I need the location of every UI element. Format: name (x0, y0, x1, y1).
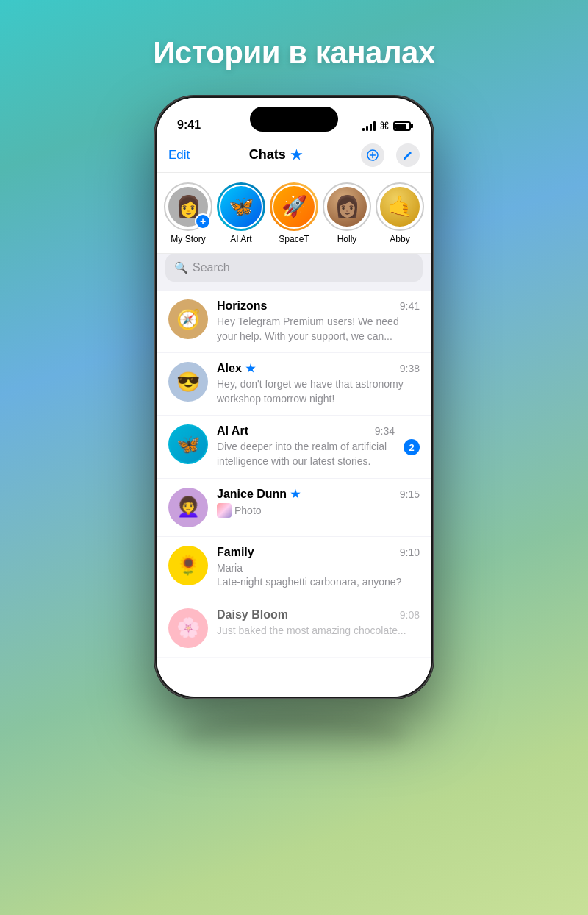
phone-frame: 9:41 ⌘ Edit Ch (154, 96, 434, 699)
search-bar[interactable]: 🔍 Search (165, 254, 423, 282)
page-headline: Истории в каналах (0, 35, 588, 71)
chat-preview-alex: Hey, don't forget we have that astronomy… (217, 377, 420, 406)
chat-avatar-daisy: 🌸 (168, 608, 208, 648)
story-item-ai-art[interactable]: 🦋 AI Art (218, 182, 264, 244)
chat-name-janice: Janice Dunn ★ (217, 488, 300, 501)
unread-badge-ai-art: 2 (404, 439, 420, 455)
story-item-holly[interactable]: 👩🏽 Holly (324, 182, 370, 244)
chat-preview-family: MariaLate-night spaghetti carbonara, any… (217, 561, 420, 590)
chat-item-janice[interactable]: 👩‍🦱 Janice Dunn ★ 9:15 Photo (157, 479, 431, 537)
chat-right-ai-art: 2 (404, 424, 420, 455)
status-time: 9:41 (177, 118, 201, 132)
chat-time-horizons: 9:41 (400, 300, 420, 312)
chat-content-horizons: Horizons 9:41 Hey Telegram Premium users… (217, 299, 420, 343)
photo-thumb-icon (217, 503, 232, 518)
janice-star-icon: ★ (290, 488, 300, 501)
chat-item-alex[interactable]: 😎 Alex ★ 9:38 Hey, don't forget we have … (157, 353, 431, 416)
chat-name-horizons: Horizons (217, 299, 267, 313)
new-group-button[interactable] (361, 143, 384, 167)
chat-avatar-alex: 😎 (168, 362, 208, 402)
chat-name-daisy: Daisy Bloom (217, 608, 288, 622)
chat-time-family: 9:10 (400, 546, 420, 558)
search-placeholder: Search (193, 261, 230, 274)
chats-title-label: Chats (249, 147, 286, 163)
edit-button[interactable]: Edit (168, 148, 190, 163)
battery-icon (393, 121, 411, 131)
story-label-spacet: SpaceT (279, 234, 309, 244)
chat-content-ai-art: AI Art 9:34 Dive deeper into the realm o… (217, 424, 395, 469)
status-icons: ⌘ (362, 120, 411, 132)
dynamic-island (250, 107, 338, 132)
chat-content-janice: Janice Dunn ★ 9:15 Photo (217, 488, 420, 518)
chat-name-alex: Alex ★ (217, 362, 255, 375)
nav-header: Edit Chats ★ (157, 138, 431, 173)
story-label-abby: Abby (390, 234, 409, 244)
wifi-icon: ⌘ (379, 120, 390, 132)
chat-time-janice: 9:15 (400, 488, 420, 500)
chat-preview-daisy: Just baked the most amazing chocolate... (217, 624, 420, 638)
chat-list: 🧭 Horizons 9:41 Hey Telegram Premium use… (157, 291, 431, 697)
compose-plus-icon (367, 149, 379, 161)
alex-star-icon: ★ (245, 362, 255, 375)
add-story-button[interactable]: + (195, 213, 211, 229)
story-label-ai-art: AI Art (230, 234, 251, 244)
story-label-my-story: My Story (171, 234, 205, 244)
chat-preview-ai-art: Dive deeper into the realm of artificial… (217, 440, 395, 469)
chat-avatar-janice: 👩‍🦱 (168, 488, 208, 527)
search-icon: 🔍 (174, 261, 188, 274)
stories-row: 👩 + My Story 🦋 AI Art (157, 173, 431, 254)
pencil-icon (402, 149, 414, 161)
chat-avatar-ai-art: 🦋 (168, 424, 208, 464)
chat-avatar-family: 🌻 (168, 546, 208, 585)
chat-time-alex: 9:38 (400, 363, 420, 374)
title-star-icon: ★ (290, 147, 302, 163)
compose-button[interactable] (396, 143, 420, 167)
chat-item-ai-art[interactable]: 🦋 AI Art 9:34 Dive deeper into the realm… (157, 416, 431, 478)
story-item-abby[interactable]: 🤙 Abby (377, 182, 423, 244)
chat-item-daisy[interactable]: 🌸 Daisy Bloom 9:08 Just baked the most a… (157, 599, 431, 658)
signal-icon (362, 121, 376, 131)
chat-time-ai-art: 9:34 (375, 425, 395, 437)
nav-actions (361, 143, 420, 167)
phone-reflection (182, 713, 406, 758)
chat-preview-horizons: Hey Telegram Premium users! We need your… (217, 315, 420, 343)
chat-content-daisy: Daisy Bloom 9:08 Just baked the most ama… (217, 608, 420, 638)
chat-avatar-horizons: 🧭 (168, 299, 208, 339)
nav-title: Chats ★ (249, 147, 302, 163)
chat-item-family[interactable]: 🌻 Family 9:10 MariaLate-night spaghetti … (157, 537, 431, 599)
chat-name-ai-art: AI Art (217, 424, 248, 438)
chat-name-family: Family (217, 546, 254, 559)
chat-content-family: Family 9:10 MariaLate-night spaghetti ca… (217, 546, 420, 590)
story-item-spacet[interactable]: 🚀 SpaceT (271, 182, 317, 244)
chat-item-horizons[interactable]: 🧭 Horizons 9:41 Hey Telegram Premium use… (157, 291, 431, 353)
story-item-my-story[interactable]: 👩 + My Story (165, 182, 211, 244)
chat-content-alex: Alex ★ 9:38 Hey, don't forget we have th… (217, 362, 420, 406)
chat-time-daisy: 9:08 (400, 609, 420, 621)
chat-preview-janice: Photo (217, 503, 420, 518)
story-label-holly: Holly (337, 234, 357, 244)
